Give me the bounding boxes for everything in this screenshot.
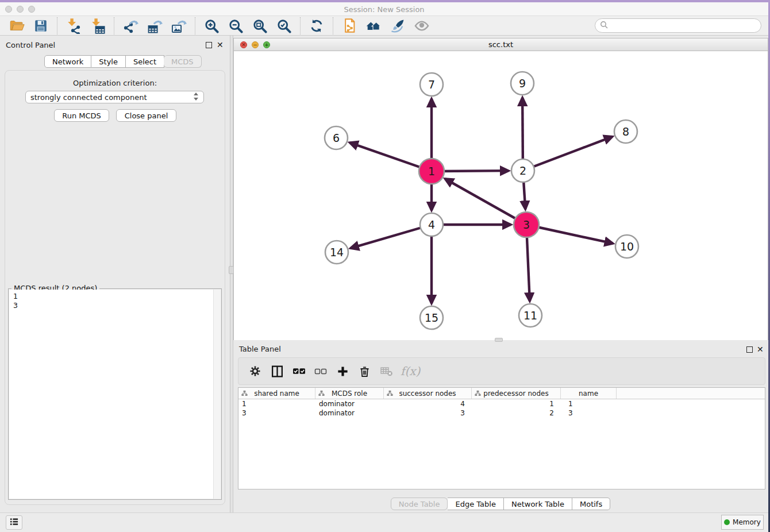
tab-mcds[interactable]: MCDS xyxy=(164,55,202,68)
table-cell[interactable]: 4 xyxy=(384,399,472,408)
select-all-icon[interactable] xyxy=(291,363,307,379)
column-header-label: name xyxy=(579,390,598,398)
status-bar: Memory xyxy=(0,512,768,532)
import-table-icon[interactable] xyxy=(89,17,106,34)
graph-node-label: 3 xyxy=(523,218,530,231)
control-panel-close-icon[interactable]: ✕ xyxy=(217,41,224,48)
memory-button-label: Memory xyxy=(733,518,761,526)
graph-node-label: 11 xyxy=(523,309,537,322)
zoom-selected-icon[interactable] xyxy=(275,17,292,34)
column-header-shared-name[interactable]: shared name xyxy=(238,388,315,399)
window-title: Session: New Session xyxy=(0,5,768,14)
tab-network-table[interactable]: Network Table xyxy=(504,498,572,510)
column-tree-icon xyxy=(387,390,393,398)
mcds-result-textarea[interactable]: 13 xyxy=(9,290,221,499)
edge-3-1[interactable] xyxy=(445,179,526,225)
edge-2-8[interactable] xyxy=(523,137,613,171)
column-header-mcds-role[interactable]: MCDS role xyxy=(315,388,384,399)
table-row[interactable]: 3dominator323 xyxy=(238,408,765,418)
table-panel-float-icon[interactable] xyxy=(746,346,753,353)
table-cell[interactable]: dominator xyxy=(315,399,384,408)
mcds-result-group: MCDS result (2 nodes) 13 xyxy=(8,288,222,500)
fx-icon: f(x) xyxy=(401,364,420,378)
memory-button[interactable]: Memory xyxy=(721,515,764,530)
plus-icon[interactable] xyxy=(334,363,351,379)
refresh-icon[interactable] xyxy=(308,17,325,34)
table-cell[interactable]: 1 xyxy=(238,399,315,408)
zoom-out-icon[interactable] xyxy=(227,17,244,34)
clone-network-icon[interactable] xyxy=(341,17,358,34)
table-cell[interactable]: 3 xyxy=(384,408,472,418)
graph-node-label: 6 xyxy=(333,132,340,144)
table-cell[interactable]: 2 xyxy=(472,408,561,418)
control-panel-float-icon[interactable] xyxy=(206,42,212,48)
graph-node-label: 10 xyxy=(620,240,634,253)
edge-4-14[interactable] xyxy=(351,225,432,248)
home-icon[interactable] xyxy=(365,17,382,34)
control-panel-title: Control Panel xyxy=(6,41,55,49)
column-header-successor-nodes[interactable]: successor nodes xyxy=(384,388,472,399)
table-header-row: shared nameMCDS rolesuccessor nodesprede… xyxy=(238,388,765,399)
toolbar-separator xyxy=(195,17,195,34)
splitter-handle-bottom[interactable] xyxy=(495,338,503,342)
table-cell[interactable]: 1 xyxy=(561,399,617,408)
graph-node-label: 2 xyxy=(519,164,526,177)
network-canvas[interactable]: 7968124314101511 xyxy=(234,51,768,340)
toolbar-separator xyxy=(333,17,333,34)
graph-node-label: 8 xyxy=(622,125,629,138)
paintbrush-icon[interactable] xyxy=(389,17,406,34)
tab-network[interactable]: Network xyxy=(44,55,91,68)
column-header-name[interactable]: name xyxy=(561,388,617,399)
tab-edge-table[interactable]: Edge Table xyxy=(448,498,503,510)
network-window-title: scc.txt xyxy=(234,40,768,49)
eye-icon xyxy=(413,17,430,34)
export-image-icon[interactable] xyxy=(170,17,187,34)
tab-node-table[interactable]: Node Table xyxy=(391,498,448,510)
network-window: ✕ − + scc.txt 7968124314101511 xyxy=(233,38,768,340)
mcds-result-scrollbar[interactable] xyxy=(213,290,221,499)
deselect-all-icon[interactable] xyxy=(313,363,329,379)
export-table-icon[interactable] xyxy=(146,17,163,34)
gear-icon[interactable] xyxy=(247,363,263,379)
optimization-criterion-label: Optimization criterion: xyxy=(5,79,225,87)
optimization-criterion-select[interactable]: strongly connected component xyxy=(25,91,204,103)
task-history-button[interactable] xyxy=(6,515,22,530)
search-box[interactable] xyxy=(595,18,761,33)
table-cell[interactable]: dominator xyxy=(315,408,384,418)
table-row[interactable]: 1dominator411 xyxy=(238,399,765,408)
close-panel-button[interactable]: Close panel xyxy=(116,109,176,122)
column-header-label: successor nodes xyxy=(399,390,456,398)
tab-motifs[interactable]: Motifs xyxy=(572,498,610,510)
open-session-icon[interactable] xyxy=(8,17,25,34)
node-table: shared nameMCDS rolesuccessor nodesprede… xyxy=(238,387,765,489)
run-mcds-button[interactable]: Run MCDS xyxy=(54,109,109,122)
mcds-result-lines: 13 xyxy=(13,292,18,310)
save-session-icon[interactable] xyxy=(32,17,49,34)
search-input[interactable] xyxy=(608,20,761,32)
columns-icon[interactable] xyxy=(269,363,285,379)
graph-node-label: 4 xyxy=(428,218,435,231)
table-panel-close-icon[interactable]: ✕ xyxy=(757,346,764,353)
control-panel-tabs: NetworkStyleSelectMCDS xyxy=(44,55,202,68)
column-header-label: predecessor nodes xyxy=(483,390,548,398)
graph-node-label: 14 xyxy=(330,246,344,259)
import-network-icon[interactable] xyxy=(65,17,82,34)
tab-style[interactable]: Style xyxy=(91,55,126,68)
network-window-titlebar[interactable]: ✕ − + scc.txt xyxy=(234,38,768,51)
stepper-arrows-icon xyxy=(193,92,199,102)
tab-select[interactable]: Select xyxy=(126,55,164,68)
table-cell[interactable]: 3 xyxy=(561,408,617,418)
zoom-in-icon[interactable] xyxy=(203,17,220,34)
column-tree-icon xyxy=(475,390,481,398)
column-header-predecessor-nodes[interactable]: predecessor nodes xyxy=(472,388,561,399)
search-icon xyxy=(600,21,608,30)
table-cell[interactable]: 3 xyxy=(238,408,315,418)
table-cell[interactable]: 1 xyxy=(472,399,561,408)
column-header-label: MCDS role xyxy=(332,390,367,398)
delete-table-icon xyxy=(378,363,394,379)
column-tree-icon xyxy=(241,390,248,398)
trash-icon[interactable] xyxy=(356,363,372,379)
table-body: 1dominator4113dominator323 xyxy=(238,399,765,418)
zoom-fit-icon[interactable] xyxy=(251,17,268,34)
export-network-icon[interactable] xyxy=(122,17,139,34)
